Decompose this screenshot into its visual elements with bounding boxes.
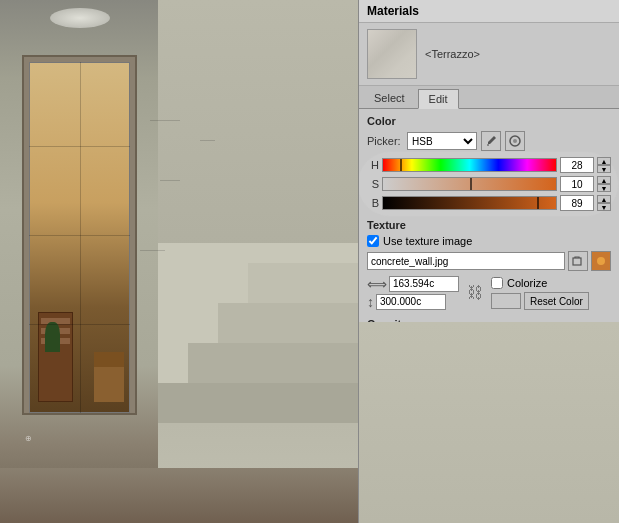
colorize-reset-group: Colorize Reset Color xyxy=(491,275,589,310)
colorize-checkbox[interactable] xyxy=(491,277,503,289)
panel-body: Color Picker: HSB RGB HLS xyxy=(359,109,619,322)
panel-title: Materials xyxy=(359,0,619,23)
height-row: ↕ xyxy=(367,294,459,310)
svg-point-2 xyxy=(513,139,517,143)
width-input[interactable] xyxy=(389,276,459,292)
h-up-btn[interactable]: ▲ xyxy=(597,157,611,165)
color-title: Color xyxy=(367,115,611,127)
picker-label: Picker: xyxy=(367,135,403,147)
hsb-sliders: H ▲ ▼ S xyxy=(367,157,611,211)
use-texture-label: Use texture image xyxy=(383,235,472,247)
colorize-row: Colorize xyxy=(491,277,589,289)
s-slider[interactable] xyxy=(382,177,557,191)
s-up-btn[interactable]: ▲ xyxy=(597,176,611,184)
height-input[interactable] xyxy=(376,294,446,310)
viewport-3d[interactable]: ⊕ xyxy=(0,0,358,523)
h-value-input[interactable] xyxy=(560,157,594,173)
b-spinners: ▲ ▼ xyxy=(597,195,611,211)
texture-filename-input[interactable] xyxy=(367,252,565,270)
bottom-area xyxy=(359,322,619,523)
s-row: S ▲ ▼ xyxy=(367,176,611,192)
svg-rect-3 xyxy=(573,258,581,265)
texture-filename-row xyxy=(367,251,611,271)
dims-inputs: ⟺ ↕ xyxy=(367,276,459,310)
texture-section: Texture Use texture image xyxy=(367,219,611,310)
b-row: B ▲ ▼ xyxy=(367,195,611,211)
s-spinners: ▲ ▼ xyxy=(597,176,611,192)
b-down-btn[interactable]: ▼ xyxy=(597,203,611,211)
viewport-label: ⊕ xyxy=(25,434,32,443)
texture-color-icon[interactable] xyxy=(591,251,611,271)
texture-dims-row: ⟺ ↕ ⛓ Colorize xyxy=(367,275,611,310)
height-arrows-icon: ↕ xyxy=(367,294,374,310)
s-down-btn[interactable]: ▼ xyxy=(597,184,611,192)
s-value-input[interactable] xyxy=(560,176,594,192)
width-arrows-icon: ⟺ xyxy=(367,276,387,292)
material-preview-area: <Terrazzo> xyxy=(359,23,619,86)
h-label: H xyxy=(367,159,379,171)
h-spinners: ▲ ▼ xyxy=(597,157,611,173)
svg-rect-0 xyxy=(487,144,489,146)
use-texture-row: Use texture image xyxy=(367,235,611,247)
colorize-label: Colorize xyxy=(507,277,547,289)
s-label: S xyxy=(367,178,379,190)
texture-title: Texture xyxy=(367,219,611,231)
material-name: <Terrazzo> xyxy=(425,48,480,60)
eyedropper-icon[interactable] xyxy=(481,131,501,151)
reset-color-btn[interactable]: Reset Color xyxy=(524,292,589,310)
use-texture-checkbox[interactable] xyxy=(367,235,379,247)
tabs-row: Select Edit xyxy=(359,86,619,109)
h-slider[interactable] xyxy=(382,158,557,172)
link-chain-icon[interactable]: ⛓ xyxy=(467,284,483,302)
materials-panel: Materials <Terrazzo> Select Edit Color P… xyxy=(358,0,619,523)
width-row: ⟺ xyxy=(367,276,459,292)
color-swatch xyxy=(491,293,521,309)
material-thumbnail xyxy=(367,29,417,79)
tab-edit[interactable]: Edit xyxy=(418,89,459,109)
h-down-btn[interactable]: ▼ xyxy=(597,165,611,173)
b-slider[interactable] xyxy=(382,196,557,210)
color-section: Color Picker: HSB RGB HLS xyxy=(367,115,611,211)
tab-select[interactable]: Select xyxy=(363,88,416,108)
b-label: B xyxy=(367,197,379,209)
b-up-btn[interactable]: ▲ xyxy=(597,195,611,203)
browse-texture-icon[interactable] xyxy=(568,251,588,271)
h-row: H ▲ ▼ xyxy=(367,157,611,173)
picker-row: Picker: HSB RGB HLS xyxy=(367,131,611,151)
color-wheel-icon[interactable] xyxy=(505,131,525,151)
color-picker-select[interactable]: HSB RGB HLS xyxy=(407,132,477,150)
svg-point-4 xyxy=(597,257,605,265)
b-value-input[interactable] xyxy=(560,195,594,211)
reset-color-row: Reset Color xyxy=(491,292,589,310)
